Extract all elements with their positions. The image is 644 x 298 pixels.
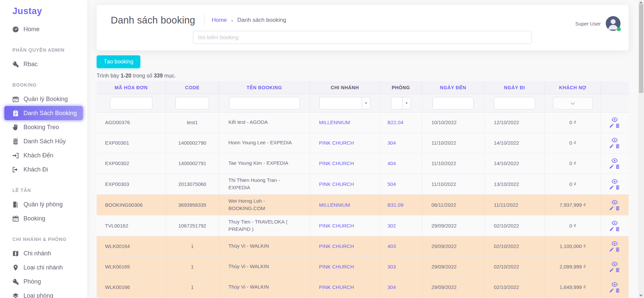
edit-button[interactable] bbox=[609, 206, 614, 211]
delete-button[interactable] bbox=[615, 267, 620, 272]
edit-button[interactable] bbox=[609, 227, 614, 232]
branch-link[interactable]: PINK CHURCH bbox=[319, 284, 354, 290]
avatar[interactable] bbox=[606, 16, 621, 31]
edit-button[interactable] bbox=[609, 247, 614, 252]
dropdown-arrow-icon[interactable]: ▼ bbox=[402, 97, 411, 109]
breadcrumb-home-link[interactable]: Home bbox=[212, 17, 227, 23]
sortable-column-link[interactable]: MÃ HÓA ĐƠN bbox=[115, 85, 148, 90]
delete-button[interactable] bbox=[615, 247, 620, 252]
view-button[interactable] bbox=[611, 137, 618, 143]
branch-link[interactable]: MILLENNIUM bbox=[319, 119, 350, 125]
branch-cell: MILLENNIUM bbox=[310, 194, 380, 215]
view-button[interactable] bbox=[611, 240, 618, 247]
view-button[interactable] bbox=[611, 220, 618, 226]
sidebar-item-booking[interactable]: Booking bbox=[4, 211, 83, 226]
room-link[interactable]: 304 bbox=[388, 140, 396, 146]
edit-button[interactable] bbox=[609, 288, 614, 293]
sidebar-nav: HomePHÂN QUYỀN ADMINRbacBOOKINGQuản lý B… bbox=[0, 22, 87, 298]
delete-button[interactable] bbox=[615, 164, 620, 169]
edit-button[interactable] bbox=[609, 267, 614, 272]
edit-button[interactable] bbox=[609, 185, 614, 190]
app-logo[interactable]: Justay bbox=[0, 0, 87, 22]
sidebar-item-danh-s-ch-h-y[interactable]: Danh Sách Hủy bbox=[4, 134, 83, 148]
branch-link[interactable]: PINK CHURCH bbox=[319, 223, 354, 229]
booking-name: Thúy Vi - WALKIN bbox=[229, 283, 302, 291]
edit-button[interactable] bbox=[609, 123, 614, 128]
sortable-column-link[interactable]: CODE bbox=[185, 85, 200, 90]
filter-input-ng-y-n[interactable] bbox=[433, 97, 474, 109]
view-button[interactable] bbox=[611, 261, 618, 267]
view-button[interactable] bbox=[611, 157, 618, 164]
room-link[interactable]: B31.09 bbox=[388, 202, 404, 208]
invoice-code-cell: EXP00302 bbox=[97, 153, 166, 173]
sidebar-section-header: PHÂN QUYỀN ADMIN bbox=[0, 43, 87, 57]
edit-button[interactable] bbox=[609, 144, 614, 149]
branch-link[interactable]: PINK CHURCH bbox=[319, 243, 354, 249]
delete-button[interactable] bbox=[615, 206, 620, 211]
sidebar-item-qu-n-l-ph-ng[interactable]: Quản lý phòng bbox=[4, 197, 83, 211]
room-link[interactable]: 504 bbox=[388, 181, 396, 187]
sidebar-item-lo-i-chi-nh-nh[interactable]: Loại chi nhánh bbox=[4, 260, 83, 275]
sortable-column-link[interactable]: KHÁCH NỢ bbox=[559, 85, 586, 90]
scroll-down-icon[interactable] bbox=[639, 295, 643, 297]
invoice-code-cell: AGD00376 bbox=[97, 112, 166, 133]
room-link[interactable]: 303 bbox=[388, 264, 396, 269]
sidebar-item-lo-i-ph-ng[interactable]: Loại phòng bbox=[4, 289, 83, 298]
sidebar-item-booking-treo[interactable]: Booking Treo bbox=[4, 120, 83, 134]
sortable-column-link[interactable]: NGÀY ĐI bbox=[504, 85, 525, 90]
filter-input-t-n-booking[interactable] bbox=[229, 97, 300, 109]
checkout-date-cell: 12/10/2022 bbox=[484, 112, 545, 133]
branch-link[interactable]: PINK CHURCH bbox=[319, 181, 354, 187]
dropdown-arrow-icon[interactable]: ▼ bbox=[362, 97, 370, 109]
sidebar-item-kh-ch-n[interactable]: Khách Đến bbox=[4, 148, 83, 162]
summary-range: 1-20 bbox=[120, 73, 131, 79]
filter-input-code[interactable] bbox=[176, 97, 209, 109]
sortable-column-link[interactable]: TÊN BOOKING bbox=[247, 85, 282, 90]
scroll-up-icon[interactable] bbox=[639, 1, 643, 3]
sidebar-item-qu-n-l-booking[interactable]: Quản lý Booking bbox=[4, 92, 83, 106]
view-button[interactable] bbox=[611, 116, 618, 123]
view-button[interactable] bbox=[611, 199, 618, 205]
branch-link[interactable]: PINK CHURCH bbox=[319, 264, 354, 269]
delete-button[interactable] bbox=[615, 123, 620, 128]
key-icon bbox=[12, 60, 19, 68]
sidebar-item-rbac[interactable]: Rbac bbox=[4, 57, 83, 71]
delete-button[interactable] bbox=[615, 144, 620, 149]
view-button[interactable] bbox=[611, 178, 618, 185]
delete-button[interactable] bbox=[615, 288, 620, 293]
sidebar-item-label: Loại chi nhánh bbox=[23, 264, 63, 271]
delete-button[interactable] bbox=[615, 185, 620, 190]
sidebar-item-danh-s-ch-booking[interactable]: Danh Sách Booking bbox=[4, 106, 83, 120]
code-cell: 1067251792 bbox=[166, 215, 219, 236]
sidebar-item-kh-ch-i[interactable]: Khách Đi bbox=[4, 162, 83, 177]
room-link[interactable]: 404 bbox=[388, 160, 396, 166]
edit-button[interactable] bbox=[609, 164, 614, 169]
booking-name-cell: Thuy Tien - TRAVELOKA ( PREAPID ) bbox=[219, 215, 310, 236]
sidebar-item-chi-nh-nh[interactable]: Chi nhánh bbox=[4, 246, 83, 260]
sortable-column-link[interactable]: NGÀY ĐẾN bbox=[440, 85, 466, 90]
scrollbar-thumb[interactable] bbox=[639, 4, 643, 93]
sidebar-item-ph-ng[interactable]: Phòng bbox=[4, 275, 83, 289]
branch-link[interactable]: PINK CHURCH bbox=[319, 140, 354, 146]
filter-input-ng-y-i[interactable] bbox=[494, 97, 535, 109]
vertical-scrollbar[interactable] bbox=[638, 0, 644, 298]
sidebar-item-label: Rbac bbox=[23, 61, 38, 68]
filter-select-chi-nh-nh[interactable]: ▼ bbox=[319, 97, 370, 109]
filter-select-kh-ch-n-[interactable] bbox=[553, 97, 593, 109]
delete-button[interactable] bbox=[615, 227, 620, 232]
calendar-icon bbox=[12, 95, 19, 103]
view-button[interactable] bbox=[611, 281, 618, 288]
room-link[interactable]: 403 bbox=[388, 243, 396, 249]
room-link[interactable]: 304 bbox=[388, 284, 396, 290]
room-link[interactable]: 302 bbox=[388, 223, 396, 229]
branch-link[interactable]: PINK CHURCH bbox=[319, 160, 354, 166]
search-input[interactable] bbox=[193, 31, 532, 44]
debt-cell: 0 ₫ bbox=[545, 153, 601, 173]
filter-select-ph-ng[interactable]: ▼ bbox=[391, 97, 411, 109]
code-cell: 2013075060 bbox=[166, 173, 219, 194]
room-link[interactable]: B22.04 bbox=[388, 119, 404, 125]
create-booking-button[interactable]: Tạo booking bbox=[97, 55, 140, 68]
filter-input-m-h-a-n[interactable] bbox=[110, 97, 152, 109]
branch-link[interactable]: MILLENNIUM bbox=[319, 202, 350, 208]
sidebar-item-home[interactable]: Home bbox=[4, 22, 83, 36]
